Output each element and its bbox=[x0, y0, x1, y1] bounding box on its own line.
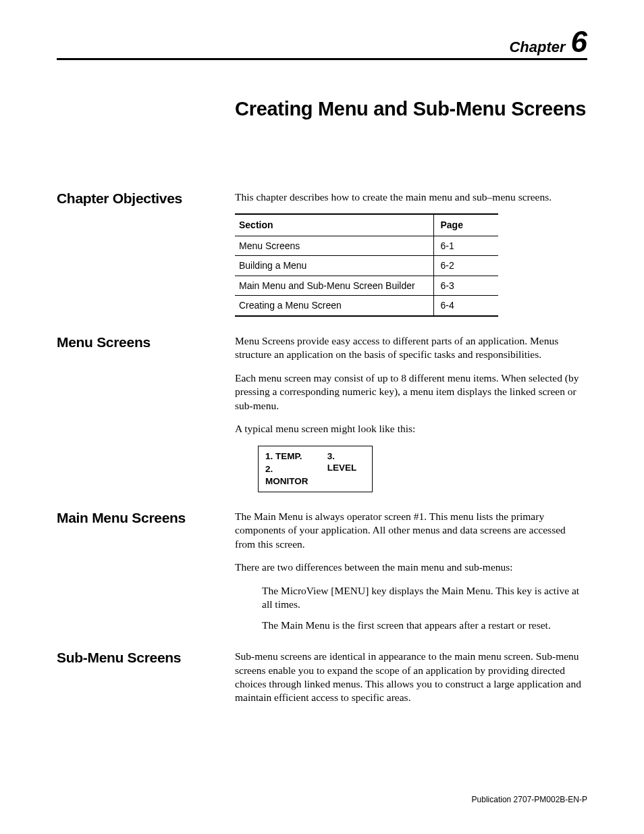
chapter-number: 6 bbox=[571, 25, 587, 58]
chapter-label: Chapter bbox=[509, 38, 565, 55]
table-row: Building a Menu 6-2 bbox=[235, 256, 498, 276]
heading-menu-screens: Menu Screens bbox=[57, 334, 235, 350]
heading-chapter-objectives: Chapter Objectives bbox=[57, 190, 235, 206]
toc-head-section: Section bbox=[235, 214, 433, 236]
sub-menu-p1: Sub-menu screens are identical in appear… bbox=[235, 650, 587, 705]
toc-cell-section: Main Menu and Sub-Menu Screen Builder bbox=[235, 276, 433, 295]
menu-screens-p1: Menu Screens provide easy access to diff… bbox=[235, 334, 587, 362]
toc-cell-page: 6-1 bbox=[433, 236, 498, 255]
menu-example-item: 3. LEVEL bbox=[327, 450, 365, 475]
menu-example-item: 1. TEMP. bbox=[265, 450, 317, 463]
main-menu-bullet: The MicroView [MENU] key displays the Ma… bbox=[262, 584, 587, 612]
chapter-title: Creating Menu and Sub-Menu Screens bbox=[235, 98, 586, 120]
menu-example-item: 2. MONITOR bbox=[265, 463, 317, 488]
heading-main-menu-screens: Main Menu Screens bbox=[57, 510, 235, 525]
table-row: Creating a Menu Screen 6-4 bbox=[235, 296, 498, 316]
main-menu-p2: There are two differences between the ma… bbox=[235, 561, 587, 574]
toc-cell-page: 6-3 bbox=[433, 276, 498, 295]
toc-cell-page: 6-4 bbox=[433, 296, 498, 316]
objectives-intro: This chapter describes how to create the… bbox=[235, 190, 587, 204]
heading-sub-menu-screens: Sub-Menu Screens bbox=[57, 650, 235, 665]
toc-head-page: Page bbox=[433, 214, 498, 236]
main-menu-p1: The Main Menu is always operator screen … bbox=[235, 510, 587, 551]
menu-screens-p3: A typical menu screen might look like th… bbox=[235, 422, 587, 436]
publication-footer: Publication 2707-PM002B-EN-P bbox=[472, 795, 587, 804]
toc-cell-section: Building a Menu bbox=[235, 256, 433, 276]
menu-example-box: 1. TEMP. 2. MONITOR 3. LEVEL bbox=[258, 446, 373, 492]
table-row: Menu Screens 6-1 bbox=[235, 236, 498, 255]
toc-table: Section Page Menu Screens 6-1 Building a… bbox=[235, 213, 498, 316]
main-menu-bullet: The Main Menu is the first screen that a… bbox=[262, 619, 587, 632]
toc-cell-section: Creating a Menu Screen bbox=[235, 296, 433, 316]
chapter-header: Chapter 6 bbox=[57, 27, 587, 60]
menu-screens-p2: Each menu screen may consist of up to 8 … bbox=[235, 371, 587, 413]
toc-cell-page: 6-2 bbox=[433, 256, 498, 276]
toc-cell-section: Menu Screens bbox=[235, 236, 433, 255]
table-row: Main Menu and Sub-Menu Screen Builder 6-… bbox=[235, 276, 498, 295]
